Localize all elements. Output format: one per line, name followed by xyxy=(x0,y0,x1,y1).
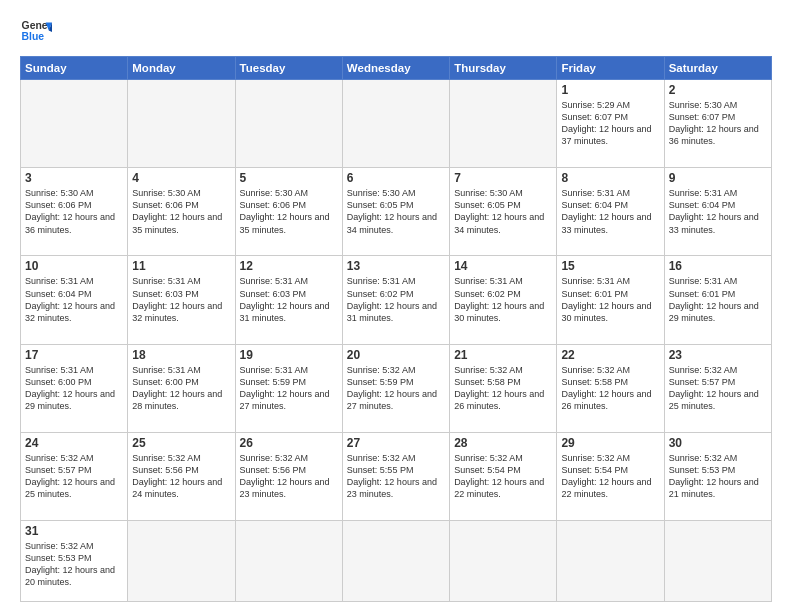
calendar-cell xyxy=(128,80,235,168)
col-header-monday: Monday xyxy=(128,57,235,80)
day-info: Sunrise: 5:29 AM Sunset: 6:07 PM Dayligh… xyxy=(561,99,659,148)
calendar-cell: 31Sunrise: 5:32 AM Sunset: 5:53 PM Dayli… xyxy=(21,521,128,602)
day-number: 31 xyxy=(25,524,123,538)
calendar-cell: 2Sunrise: 5:30 AM Sunset: 6:07 PM Daylig… xyxy=(664,80,771,168)
calendar-cell: 10Sunrise: 5:31 AM Sunset: 6:04 PM Dayli… xyxy=(21,256,128,344)
day-number: 14 xyxy=(454,259,552,273)
day-number: 15 xyxy=(561,259,659,273)
calendar-week-row: 31Sunrise: 5:32 AM Sunset: 5:53 PM Dayli… xyxy=(21,521,772,602)
calendar-cell: 18Sunrise: 5:31 AM Sunset: 6:00 PM Dayli… xyxy=(128,344,235,432)
calendar-cell: 8Sunrise: 5:31 AM Sunset: 6:04 PM Daylig… xyxy=(557,168,664,256)
day-info: Sunrise: 5:32 AM Sunset: 5:56 PM Dayligh… xyxy=(240,452,338,501)
day-number: 20 xyxy=(347,348,445,362)
day-number: 26 xyxy=(240,436,338,450)
day-number: 25 xyxy=(132,436,230,450)
calendar-cell: 3Sunrise: 5:30 AM Sunset: 6:06 PM Daylig… xyxy=(21,168,128,256)
logo-icon: General Blue xyxy=(20,16,52,48)
day-number: 18 xyxy=(132,348,230,362)
day-number: 6 xyxy=(347,171,445,185)
day-info: Sunrise: 5:32 AM Sunset: 5:58 PM Dayligh… xyxy=(454,364,552,413)
calendar-cell: 14Sunrise: 5:31 AM Sunset: 6:02 PM Dayli… xyxy=(450,256,557,344)
col-header-sunday: Sunday xyxy=(21,57,128,80)
calendar-cell: 9Sunrise: 5:31 AM Sunset: 6:04 PM Daylig… xyxy=(664,168,771,256)
calendar-cell: 1Sunrise: 5:29 AM Sunset: 6:07 PM Daylig… xyxy=(557,80,664,168)
day-info: Sunrise: 5:31 AM Sunset: 5:59 PM Dayligh… xyxy=(240,364,338,413)
calendar-cell: 5Sunrise: 5:30 AM Sunset: 6:06 PM Daylig… xyxy=(235,168,342,256)
day-info: Sunrise: 5:30 AM Sunset: 6:07 PM Dayligh… xyxy=(669,99,767,148)
day-number: 29 xyxy=(561,436,659,450)
page: General Blue SundayMondayTuesdayWednesda… xyxy=(0,0,792,612)
svg-text:Blue: Blue xyxy=(22,31,45,42)
day-number: 9 xyxy=(669,171,767,185)
day-info: Sunrise: 5:31 AM Sunset: 6:01 PM Dayligh… xyxy=(669,275,767,324)
calendar-table: SundayMondayTuesdayWednesdayThursdayFrid… xyxy=(20,56,772,602)
day-info: Sunrise: 5:30 AM Sunset: 6:05 PM Dayligh… xyxy=(454,187,552,236)
calendar-cell xyxy=(342,80,449,168)
day-number: 3 xyxy=(25,171,123,185)
day-info: Sunrise: 5:30 AM Sunset: 6:06 PM Dayligh… xyxy=(240,187,338,236)
day-info: Sunrise: 5:31 AM Sunset: 6:04 PM Dayligh… xyxy=(25,275,123,324)
day-number: 22 xyxy=(561,348,659,362)
day-info: Sunrise: 5:32 AM Sunset: 5:56 PM Dayligh… xyxy=(132,452,230,501)
logo: General Blue xyxy=(20,16,52,48)
day-number: 11 xyxy=(132,259,230,273)
day-info: Sunrise: 5:31 AM Sunset: 6:00 PM Dayligh… xyxy=(132,364,230,413)
day-number: 1 xyxy=(561,83,659,97)
day-info: Sunrise: 5:32 AM Sunset: 5:54 PM Dayligh… xyxy=(454,452,552,501)
day-info: Sunrise: 5:31 AM Sunset: 6:03 PM Dayligh… xyxy=(240,275,338,324)
day-info: Sunrise: 5:30 AM Sunset: 6:05 PM Dayligh… xyxy=(347,187,445,236)
day-info: Sunrise: 5:31 AM Sunset: 6:02 PM Dayligh… xyxy=(454,275,552,324)
calendar-cell xyxy=(235,521,342,602)
day-number: 28 xyxy=(454,436,552,450)
calendar-cell: 25Sunrise: 5:32 AM Sunset: 5:56 PM Dayli… xyxy=(128,432,235,520)
day-info: Sunrise: 5:32 AM Sunset: 5:57 PM Dayligh… xyxy=(25,452,123,501)
calendar-cell: 17Sunrise: 5:31 AM Sunset: 6:00 PM Dayli… xyxy=(21,344,128,432)
calendar-cell: 22Sunrise: 5:32 AM Sunset: 5:58 PM Dayli… xyxy=(557,344,664,432)
calendar-cell: 16Sunrise: 5:31 AM Sunset: 6:01 PM Dayli… xyxy=(664,256,771,344)
calendar-cell: 27Sunrise: 5:32 AM Sunset: 5:55 PM Dayli… xyxy=(342,432,449,520)
day-info: Sunrise: 5:31 AM Sunset: 6:04 PM Dayligh… xyxy=(669,187,767,236)
day-number: 13 xyxy=(347,259,445,273)
calendar-week-row: 24Sunrise: 5:32 AM Sunset: 5:57 PM Dayli… xyxy=(21,432,772,520)
calendar-cell xyxy=(664,521,771,602)
calendar-cell xyxy=(450,521,557,602)
day-info: Sunrise: 5:31 AM Sunset: 6:00 PM Dayligh… xyxy=(25,364,123,413)
calendar-cell: 23Sunrise: 5:32 AM Sunset: 5:57 PM Dayli… xyxy=(664,344,771,432)
calendar-cell: 4Sunrise: 5:30 AM Sunset: 6:06 PM Daylig… xyxy=(128,168,235,256)
calendar-header-row: SundayMondayTuesdayWednesdayThursdayFrid… xyxy=(21,57,772,80)
col-header-friday: Friday xyxy=(557,57,664,80)
calendar-cell xyxy=(557,521,664,602)
col-header-saturday: Saturday xyxy=(664,57,771,80)
calendar-cell: 15Sunrise: 5:31 AM Sunset: 6:01 PM Dayli… xyxy=(557,256,664,344)
calendar-week-row: 3Sunrise: 5:30 AM Sunset: 6:06 PM Daylig… xyxy=(21,168,772,256)
calendar-cell: 20Sunrise: 5:32 AM Sunset: 5:59 PM Dayli… xyxy=(342,344,449,432)
day-info: Sunrise: 5:31 AM Sunset: 6:04 PM Dayligh… xyxy=(561,187,659,236)
calendar-cell xyxy=(128,521,235,602)
col-header-wednesday: Wednesday xyxy=(342,57,449,80)
day-info: Sunrise: 5:31 AM Sunset: 6:02 PM Dayligh… xyxy=(347,275,445,324)
day-number: 27 xyxy=(347,436,445,450)
day-info: Sunrise: 5:30 AM Sunset: 6:06 PM Dayligh… xyxy=(25,187,123,236)
calendar-cell xyxy=(235,80,342,168)
calendar-cell: 30Sunrise: 5:32 AM Sunset: 5:53 PM Dayli… xyxy=(664,432,771,520)
day-info: Sunrise: 5:32 AM Sunset: 5:59 PM Dayligh… xyxy=(347,364,445,413)
calendar-cell: 12Sunrise: 5:31 AM Sunset: 6:03 PM Dayli… xyxy=(235,256,342,344)
day-number: 7 xyxy=(454,171,552,185)
calendar-cell: 24Sunrise: 5:32 AM Sunset: 5:57 PM Dayli… xyxy=(21,432,128,520)
day-info: Sunrise: 5:32 AM Sunset: 5:54 PM Dayligh… xyxy=(561,452,659,501)
day-info: Sunrise: 5:31 AM Sunset: 6:01 PM Dayligh… xyxy=(561,275,659,324)
col-header-thursday: Thursday xyxy=(450,57,557,80)
day-number: 24 xyxy=(25,436,123,450)
calendar-week-row: 10Sunrise: 5:31 AM Sunset: 6:04 PM Dayli… xyxy=(21,256,772,344)
calendar-cell: 29Sunrise: 5:32 AM Sunset: 5:54 PM Dayli… xyxy=(557,432,664,520)
calendar-cell xyxy=(450,80,557,168)
calendar-cell: 13Sunrise: 5:31 AM Sunset: 6:02 PM Dayli… xyxy=(342,256,449,344)
calendar-cell: 6Sunrise: 5:30 AM Sunset: 6:05 PM Daylig… xyxy=(342,168,449,256)
day-info: Sunrise: 5:32 AM Sunset: 5:53 PM Dayligh… xyxy=(669,452,767,501)
day-number: 23 xyxy=(669,348,767,362)
day-number: 12 xyxy=(240,259,338,273)
calendar-cell: 19Sunrise: 5:31 AM Sunset: 5:59 PM Dayli… xyxy=(235,344,342,432)
day-info: Sunrise: 5:30 AM Sunset: 6:06 PM Dayligh… xyxy=(132,187,230,236)
day-number: 16 xyxy=(669,259,767,273)
calendar-cell: 7Sunrise: 5:30 AM Sunset: 6:05 PM Daylig… xyxy=(450,168,557,256)
